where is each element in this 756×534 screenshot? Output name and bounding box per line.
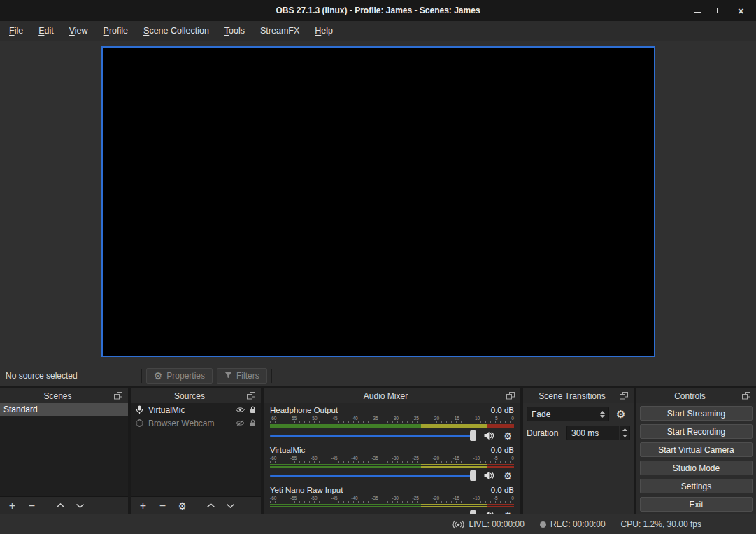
visibility-on-button[interactable]: [236, 407, 245, 413]
properties-button[interactable]: ⚙ Properties: [146, 368, 213, 384]
scenes-list: Standard: [0, 403, 128, 496]
meter-scale-label: -30: [392, 416, 398, 421]
volume-slider[interactable]: [270, 510, 476, 514]
audio-mixer-dock-header[interactable]: Audio Mixer: [264, 388, 520, 403]
meter-scale-label: -30: [392, 456, 398, 461]
visibility-off-button[interactable]: [236, 420, 245, 426]
menu-file[interactable]: File: [1, 21, 31, 41]
sources-dock-popout-button[interactable]: [245, 391, 257, 402]
menu-help[interactable]: Help: [307, 21, 341, 41]
add-scene-button[interactable]: +: [7, 500, 17, 512]
meter-scale-label: -10: [473, 416, 480, 421]
title-bar[interactable]: OBS 27.1.3 (linux) - Profile: James - Sc…: [0, 0, 756, 21]
remove-scene-button[interactable]: −: [27, 500, 37, 512]
mute-button[interactable]: [483, 471, 495, 480]
meter-tickmarks: [270, 461, 514, 463]
minimize-button[interactable]: [687, 0, 708, 21]
meter-scale-label: -20: [433, 496, 439, 500]
mixer-gear-button[interactable]: ⚙: [501, 471, 514, 481]
source-name: VirtualMic: [148, 405, 231, 415]
move-source-up-button[interactable]: [206, 500, 216, 512]
start-streaming-button[interactable]: Start Streaming: [640, 406, 753, 421]
volume-slider-handle[interactable]: [470, 430, 476, 441]
duration-spinbox[interactable]: 300 ms: [566, 426, 630, 440]
meter-scale-label: -40: [351, 416, 357, 421]
transition-select[interactable]: Fade: [527, 407, 609, 421]
exit-button[interactable]: Exit: [640, 497, 753, 512]
menu-tools[interactable]: Tools: [217, 21, 252, 41]
duration-increase-button[interactable]: [620, 426, 629, 433]
source-item-virtualmic[interactable]: VirtualMic: [131, 403, 261, 416]
move-scene-up-button[interactable]: [55, 500, 66, 512]
sources-toolbar: + − ⚙: [131, 496, 261, 514]
volume-slider-track: [270, 435, 476, 437]
lock-button[interactable]: [250, 406, 256, 414]
chevron-up-icon: [206, 503, 215, 508]
scene-transitions-body: Fade ⚙ Duration 300 ms: [523, 403, 634, 514]
rec-time: REC: 00:00:00: [550, 519, 606, 529]
menu-profile[interactable]: Profile: [96, 21, 136, 41]
transition-properties-button[interactable]: ⚙: [616, 409, 625, 419]
duration-value: 300 ms: [567, 426, 619, 440]
sources-dock-header[interactable]: Sources: [131, 388, 261, 403]
scenes-dock-header[interactable]: Scenes: [0, 388, 128, 403]
move-source-down-button[interactable]: [225, 500, 236, 512]
mixer-channel-headphone-output: Headphone Output 0.0 dB -60-55-50-45-40-…: [270, 406, 514, 441]
meter-scale-label: 0: [511, 416, 514, 421]
source-properties-button[interactable]: ⚙: [177, 500, 187, 512]
menu-streamfx[interactable]: StreamFX: [252, 21, 307, 41]
mixer-channel-volume-db: 0.0 dB: [491, 406, 514, 414]
remove-source-button[interactable]: −: [157, 500, 168, 512]
meter-scale-label: -35: [371, 416, 378, 421]
volume-slider-track: [270, 475, 476, 477]
move-scene-down-button[interactable]: [75, 500, 85, 512]
duration-decrease-button[interactable]: [620, 433, 629, 440]
filters-button[interactable]: Filters: [217, 368, 267, 384]
mixer-gear-button[interactable]: ⚙: [501, 431, 514, 441]
meter-scale-label: -60: [270, 496, 276, 500]
live-status: LIVE: 00:00:00: [452, 519, 524, 529]
volume-slider[interactable]: [270, 430, 476, 441]
volume-meter: [270, 424, 514, 428]
volume-slider-handle[interactable]: [470, 470, 476, 481]
close-button[interactable]: ×: [730, 0, 752, 21]
meter-scale-label: -10: [473, 496, 480, 500]
lock-icon: [250, 406, 256, 414]
dock-popout-icon: [742, 392, 750, 400]
source-item-browser-webcam[interactable]: Browser Webcam: [131, 416, 261, 430]
gear-icon: ⚙: [154, 371, 163, 381]
scene-item-standard[interactable]: Standard: [0, 403, 128, 416]
mixer-channel-virtualmic: VirtualMic 0.0 dB -60-55-50-45-40-35-30-…: [270, 446, 514, 481]
studio-mode-button[interactable]: Studio Mode: [640, 461, 753, 475]
meter-scale-label: -60: [270, 416, 276, 421]
maximize-button[interactable]: [708, 0, 730, 21]
docks-row: Scenes Standard + − Sou: [0, 386, 756, 514]
controls-dock-header[interactable]: Controls: [636, 388, 756, 403]
menu-view[interactable]: View: [62, 21, 96, 41]
scene-transitions-dock-header[interactable]: Scene Transitions: [523, 388, 634, 403]
lock-button[interactable]: [250, 419, 256, 427]
preview-canvas[interactable]: [101, 46, 655, 357]
volume-slider-handle[interactable]: [470, 510, 476, 514]
settings-button[interactable]: Settings: [640, 479, 753, 493]
duration-spin-buttons: [619, 426, 629, 440]
meter-scale-label: -45: [331, 456, 337, 461]
meter-scale-label: -40: [351, 496, 357, 500]
start-recording-button[interactable]: Start Recording: [640, 424, 753, 439]
menu-scene-collection[interactable]: Scene Collection: [136, 21, 217, 41]
mixer-channel-name: Headphone Output: [270, 406, 338, 414]
chevron-down-icon: [226, 503, 235, 508]
mute-button[interactable]: [483, 431, 495, 440]
controls-dock-popout-button[interactable]: [740, 391, 753, 402]
scenes-dock-popout-button[interactable]: [112, 391, 124, 402]
volume-slider[interactable]: [270, 470, 476, 481]
duration-label: Duration: [527, 428, 566, 438]
start-virtual-camera-button[interactable]: Start Virtual Camera: [640, 442, 753, 457]
audio-mixer-dock-popout-button[interactable]: [504, 391, 517, 402]
meter-scale-label: -45: [331, 416, 337, 421]
add-source-button[interactable]: +: [138, 500, 148, 512]
scene-transitions-dock-popout-button[interactable]: [618, 391, 630, 402]
meter-scale: -60-55-50-45-40-35-30-25-20-15-10-50: [270, 496, 514, 500]
scenes-dock: Scenes Standard + −: [0, 388, 128, 514]
menu-edit[interactable]: Edit: [31, 21, 62, 41]
